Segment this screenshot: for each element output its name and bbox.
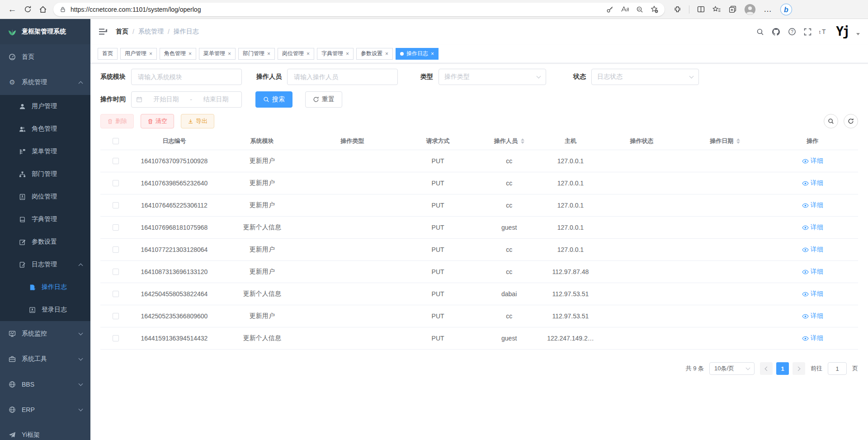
close-icon[interactable]: × [189,51,192,57]
detail-link[interactable]: 详细 [802,312,823,320]
browser-back-button[interactable]: ← [5,2,20,17]
font-size-icon[interactable]: tT [819,28,828,36]
tab-dict-mgmt[interactable]: 字典管理× [317,48,354,60]
github-icon[interactable] [772,28,780,36]
goto-page-input[interactable] [828,362,847,375]
detail-link[interactable]: 详细 [802,290,823,298]
detail-link[interactable]: 详细 [802,179,823,187]
close-icon[interactable]: × [307,51,310,57]
address-bar[interactable]: https://ccnetcore.com:1101/system/log/op… [53,3,665,16]
detail-link[interactable]: 详细 [802,334,823,342]
breadcrumb-section[interactable]: 系统管理 [138,28,164,36]
search-button[interactable]: 搜索 [255,91,292,108]
favorite-star-icon[interactable] [651,5,658,13]
clear-button[interactable]: 清空 [141,114,174,128]
browser-home-button[interactable] [35,2,51,17]
prev-page-button[interactable] [760,362,773,375]
reset-button[interactable]: 重置 [305,91,342,108]
row-checkbox[interactable] [113,202,119,208]
sidebar-item-post-mgmt[interactable]: 岗位管理 [0,185,90,208]
detail-link[interactable]: 详细 [802,246,823,254]
sort-caret-icon[interactable] [736,138,740,144]
browser-refresh-button[interactable] [20,2,35,17]
operator-filter-input[interactable] [287,69,398,85]
row-checkbox[interactable] [113,313,119,319]
sidebar-item-role-mgmt[interactable]: 角色管理 [0,118,90,140]
collections-icon[interactable] [729,5,736,13]
tab-param-settings[interactable]: 参数设置× [356,48,393,60]
tab-dept-mgmt[interactable]: 部门管理× [238,48,275,60]
row-checkbox[interactable] [113,180,119,186]
browser-menu-icon[interactable]: … [764,5,772,14]
col-date[interactable]: 操作日期 [682,137,768,145]
sidebar-item-param-settings[interactable]: 参数设置 [0,231,90,253]
help-icon[interactable]: ? [788,28,796,36]
status-filter-select[interactable]: 日志状态 [591,69,699,85]
next-page-button[interactable] [793,362,805,375]
sidebar-item-menu-mgmt[interactable]: 菜单管理 [0,140,90,163]
zoom-out-icon[interactable] [636,6,643,13]
export-button[interactable]: 导出 [181,114,214,128]
col-operator[interactable]: 操作人员 [478,137,540,145]
detail-link[interactable]: 详细 [802,223,823,232]
tab-operation-log[interactable]: 操作日志× [396,48,439,60]
tab-home[interactable]: 首页 [98,48,118,60]
password-key-icon[interactable] [606,6,613,13]
sidebar-item-system-monitor[interactable]: 系统监控 [0,321,90,346]
detail-link[interactable]: 详细 [802,201,823,209]
sidebar-item-dept-mgmt[interactable]: 部门管理 [0,163,90,185]
close-icon[interactable]: × [267,51,270,57]
sidebar-item-user-mgmt[interactable]: 用户管理 [0,95,90,118]
detail-link[interactable]: 详细 [802,157,823,165]
sidebar-item-yi-framework[interactable]: Yi框架 [0,422,90,440]
date-range-picker[interactable]: 开始日期 - 结束日期 [131,91,242,108]
row-checkbox[interactable] [113,335,119,341]
header-search-icon[interactable] [756,28,764,36]
page-size-select[interactable]: 10条/页 [709,362,755,375]
copilot-bing-icon[interactable]: b [780,3,793,16]
row-checkbox[interactable] [113,269,119,275]
sidebar-item-system-tools[interactable]: 系统工具 [0,346,90,372]
row-checkbox[interactable] [113,246,119,253]
sidebar-item-dict-mgmt[interactable]: 字典管理 [0,208,90,231]
type-filter-select[interactable]: 操作类型 [439,69,546,85]
row-checkbox[interactable] [113,224,119,231]
tab-role-mgmt[interactable]: 角色管理× [160,48,196,60]
sidebar-item-log-mgmt[interactable]: 日志管理 [0,253,90,276]
sidebar-item-bbs[interactable]: BBS [0,372,90,397]
tab-user-mgmt[interactable]: 用户管理× [120,48,157,60]
toggle-search-button[interactable] [824,114,838,128]
sort-caret-icon[interactable] [521,138,524,144]
close-icon[interactable]: × [346,51,349,57]
module-filter-input[interactable] [131,69,242,85]
fullscreen-icon[interactable] [804,28,811,36]
current-page-button[interactable]: 1 [776,362,789,375]
tab-post-mgmt[interactable]: 岗位管理× [278,48,314,60]
select-all-checkbox[interactable] [113,138,119,144]
split-screen-icon[interactable] [697,5,705,13]
read-aloud-icon[interactable] [621,6,629,13]
favorites-icon[interactable] [712,6,721,13]
close-icon[interactable]: × [228,51,231,57]
sidebar-item-home[interactable]: 首页 [0,44,90,70]
close-icon[interactable]: × [385,51,388,57]
row-checkbox[interactable] [113,291,119,297]
extensions-icon[interactable] [674,5,681,13]
dropdown-caret-icon[interactable] [856,33,860,35]
sidebar-item-operation-log[interactable]: 操作日志 [0,276,90,298]
tab-menu-mgmt[interactable]: 菜单管理× [199,48,236,60]
sidebar-item-system-mgmt[interactable]: ⚙ 系统管理 [0,70,90,95]
delete-button[interactable]: 删除 [100,114,134,128]
close-icon[interactable]: × [149,51,152,57]
url-text[interactable]: https://ccnetcore.com:1101/system/log/op… [71,6,606,13]
refresh-table-button[interactable] [844,114,858,128]
sidebar-item-login-log[interactable]: 登录日志 [0,298,90,321]
yj-logo[interactable]: Yj [836,25,849,38]
detail-link[interactable]: 详细 [802,268,823,276]
row-checkbox[interactable] [113,158,119,164]
breadcrumb-home[interactable]: 首页 [116,28,128,36]
profile-avatar[interactable] [744,4,756,15]
sidebar-item-erp[interactable]: ERP [0,397,90,422]
sidebar-toggle-button[interactable] [99,28,108,36]
close-icon[interactable]: × [431,51,434,57]
